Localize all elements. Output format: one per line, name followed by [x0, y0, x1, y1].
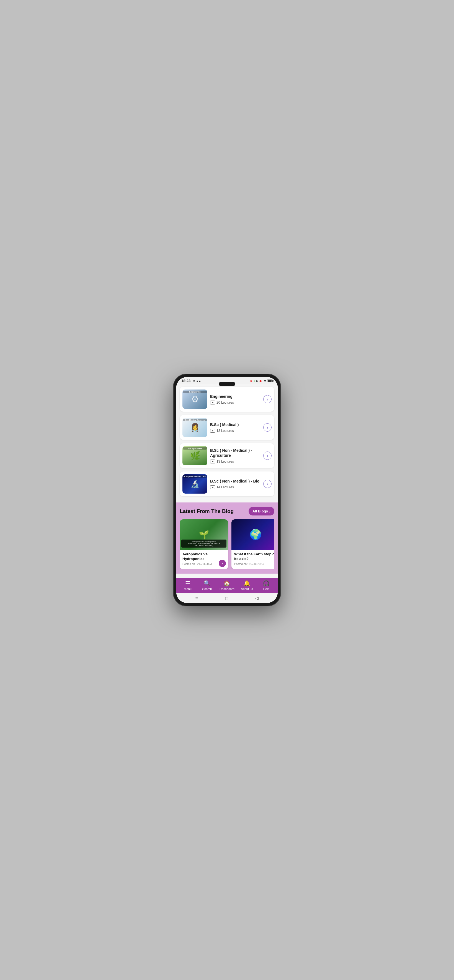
lecture-count-bio: 14 Lectures	[217, 485, 234, 489]
status-time: 18:23	[181, 379, 190, 383]
aero-plant-icon: 🌱	[199, 530, 209, 539]
chevron-btn-medical[interactable]	[263, 423, 272, 431]
overlay-sub-aero: (FUTURE-ORIENTED METHODS OF GROWING PLAN…	[183, 542, 225, 546]
courses-section: Engineering ⚙ Engineering 20 Lectures	[176, 384, 278, 503]
blog-img-aeroponics: 🌱 Aeroponics Vs Hydroponics (FUTURE-ORIE…	[180, 519, 228, 550]
nav-label-about: About us	[241, 587, 253, 590]
android-recent-btn[interactable]: ≡	[196, 596, 198, 601]
nav-item-search[interactable]: 🔍 Search	[200, 581, 214, 590]
lecture-row-agriculture: 13 Lectures	[210, 460, 261, 463]
blog-title-earth: What if the Earth stop on its axis?	[234, 552, 274, 562]
nav-label-search: Search	[202, 587, 212, 590]
lecture-row-medical: 13 Lectures	[210, 429, 261, 433]
nav-label-dashboard: Dashboard	[220, 587, 234, 590]
lecture-row-bio: 14 Lectures	[210, 485, 261, 489]
status-left: 18:23 ✉ ▲▲	[181, 379, 201, 383]
blog-section-title: Latest From The Blog	[180, 508, 234, 514]
android-back-btn[interactable]: ◁	[255, 595, 258, 601]
course-title-bio: B.Sc ( Non - Medical ) - Bio	[210, 479, 261, 484]
play-icon-agriculture	[210, 460, 215, 463]
course-thumb-medical: Bsc Medical Courses 👩‍⚕️	[182, 418, 207, 437]
msg-icon: ✉	[193, 380, 195, 382]
nav-item-about[interactable]: 🔔 About us	[240, 581, 254, 590]
about-icon: 🔔	[243, 581, 250, 586]
course-card-bio[interactable]: B.Sc (Non-Medical) - Bio 🔬 B.Sc ( Non - …	[180, 471, 274, 496]
blog-arrow-aeroponics[interactable]: ›	[219, 560, 226, 567]
nav-label-menu: Menu	[184, 587, 191, 590]
chevron-btn-engineering[interactable]	[263, 395, 272, 403]
thumb-label-engineering: Engineering	[183, 391, 207, 393]
blog-card-content-earth: What if the Earth stop on its axis? Post…	[231, 550, 274, 569]
blog-posted-earth: Posted on : 19-Jul-2023	[234, 563, 274, 566]
app-icon-3: ◉	[260, 380, 261, 382]
course-card-agriculture[interactable]: BSc Agriculture 🌿 B.Sc ( Non - Medical )…	[180, 443, 274, 468]
course-info-agriculture: B.Sc ( Non - Medical ) - Agriculture 13 …	[207, 448, 263, 463]
overlay-title-aero: Aeroponics Vs Hydroponics	[183, 541, 225, 542]
nav-item-help[interactable]: 🎧 Help	[260, 581, 273, 590]
chevron-btn-bio[interactable]	[263, 480, 272, 488]
search-icon: 🔍	[204, 581, 211, 586]
lecture-count-medical: 13 Lectures	[217, 429, 234, 433]
blog-title-aeroponics: Aeroponics Vs Hydroponics	[182, 552, 225, 562]
menu-icon: ☰	[185, 581, 190, 586]
course-title-medical: B.Sc ( Medical )	[210, 422, 261, 427]
scroll-content[interactable]: Engineering ⚙ Engineering 20 Lectures	[176, 384, 278, 578]
play-icon-bio	[210, 485, 215, 489]
earth-icon: 🌍	[249, 529, 262, 540]
course-title-agriculture: B.Sc ( Non - Medical ) - Agriculture	[210, 448, 261, 458]
lecture-row-engineering: 20 Lectures	[210, 401, 261, 404]
camera-notch	[219, 382, 235, 386]
play-icon-engineering	[210, 401, 215, 404]
course-card-medical[interactable]: Bsc Medical Courses 👩‍⚕️ B.Sc ( Medical …	[180, 415, 274, 440]
dashboard-icon: 🏠	[223, 581, 230, 586]
lecture-count-engineering: 20 Lectures	[217, 401, 234, 404]
wifi-status: ▲▲	[196, 380, 201, 382]
bottom-nav: ☰ Menu 🔍 Search 🏠 Dashboard 🔔 About us 🎧…	[176, 578, 278, 593]
plant-icon: 🌿	[190, 451, 200, 461]
blog-card-earth[interactable]: 🌍 What if the Earth stop on its axis? Po…	[231, 519, 274, 569]
bio-icon: 🔬	[190, 479, 200, 488]
phone-screen: 18:23 ✉ ▲▲ ▶ ● ⊞ ◉ ✱ Engin	[176, 377, 278, 603]
blog-card-aeroponics[interactable]: 🌱 Aeroponics Vs Hydroponics (FUTURE-ORIE…	[180, 519, 228, 569]
android-nav-bar: ≡ ◻ ◁	[176, 593, 278, 603]
course-info-medical: B.Sc ( Medical ) 13 Lectures	[207, 422, 263, 433]
status-right: ▶ ● ⊞ ◉ ✱	[250, 380, 273, 382]
blog-section: Latest From The Blog All Blogs 🌱 Aeropon…	[176, 503, 278, 574]
course-card-engineering[interactable]: Engineering ⚙ Engineering 20 Lectures	[180, 387, 274, 412]
app-icon-2: ⊞	[256, 380, 258, 382]
chevron-btn-agriculture[interactable]	[263, 452, 272, 460]
thumb-label-medical: Bsc Medical Courses	[183, 419, 207, 422]
help-icon: 🎧	[263, 581, 270, 586]
course-thumb-agriculture: BSc Agriculture 🌿	[182, 446, 207, 465]
blog-header: Latest From The Blog All Blogs	[180, 507, 274, 515]
course-thumb-bio: B.Sc (Non-Medical) - Bio 🔬	[182, 474, 207, 493]
bluetooth-icon: ✱	[264, 380, 266, 382]
youtube-icon: ▶	[250, 380, 252, 382]
battery-icon	[267, 380, 273, 382]
lecture-count-agriculture: 13 Lectures	[217, 460, 234, 463]
nav-item-dashboard[interactable]: 🏠 Dashboard	[220, 581, 234, 590]
course-info-engineering: Engineering 20 Lectures	[207, 394, 263, 404]
course-title-engineering: Engineering	[210, 394, 261, 399]
blog-img-earth: 🌍	[231, 519, 274, 550]
play-icon-medical	[210, 429, 215, 433]
course-thumb-engineering: Engineering ⚙	[182, 390, 207, 409]
nav-label-help: Help	[263, 587, 270, 590]
blog-cards-row: 🌱 Aeroponics Vs Hydroponics (FUTURE-ORIE…	[180, 519, 274, 569]
blog-overlay-aeroponics: Aeroponics Vs Hydroponics (FUTURE-ORIENT…	[181, 539, 226, 547]
thumb-label-agriculture: BSc Agriculture	[183, 447, 207, 450]
phone-frame: 18:23 ✉ ▲▲ ▶ ● ⊞ ◉ ✱ Engin	[173, 374, 281, 606]
all-blogs-button[interactable]: All Blogs	[249, 507, 274, 515]
android-home-btn[interactable]: ◻	[225, 595, 228, 601]
doctor-icon: 👩‍⚕️	[190, 423, 200, 433]
gear-icon: ⚙	[191, 394, 199, 404]
thumb-label-bio: B.Sc (Non-Medical) - Bio	[183, 475, 207, 478]
nav-item-menu[interactable]: ☰ Menu	[181, 581, 194, 590]
app-icon-1: ●	[253, 380, 255, 382]
course-info-bio: B.Sc ( Non - Medical ) - Bio 14 Lectures	[207, 479, 263, 489]
